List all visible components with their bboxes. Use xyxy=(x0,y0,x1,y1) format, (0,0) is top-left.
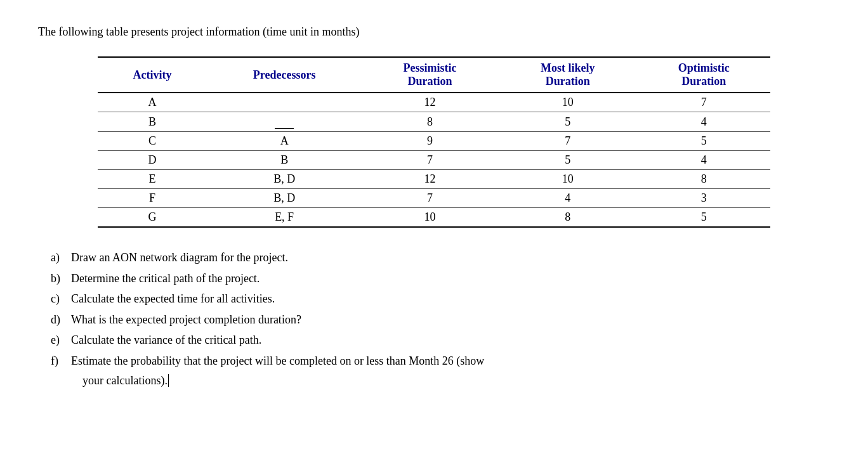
table-row: D B 7 5 4 xyxy=(98,151,771,170)
cell-activity: A xyxy=(98,93,207,112)
questions-section: a) Draw an AON network diagram for the p… xyxy=(51,248,830,390)
cell-activity: C xyxy=(98,132,207,151)
question-f: f) Estimate the probability that the pro… xyxy=(51,351,830,390)
question-text-f: Estimate the probability that the projec… xyxy=(71,351,830,390)
cell-activity: B xyxy=(98,112,207,132)
table-row: F B, D 7 4 3 xyxy=(98,189,771,208)
cell-optimistic: 4 xyxy=(637,151,770,170)
question-label-c: c) xyxy=(51,289,71,309)
header-optimistic: OptimisticDuration xyxy=(637,57,770,93)
cell-optimistic: 5 xyxy=(637,208,770,228)
cell-predecessors: E, F xyxy=(207,208,362,228)
cell-pessimistic: 12 xyxy=(362,93,499,112)
cell-optimistic: 7 xyxy=(637,93,770,112)
table-row: A 12 10 7 xyxy=(98,93,771,112)
cell-predecessors xyxy=(207,112,362,132)
cell-optimistic: 3 xyxy=(637,189,770,208)
question-text-e: Calculate the variance of the critical p… xyxy=(71,330,830,350)
project-table: Activity Predecessors PessimisticDuratio… xyxy=(98,56,771,228)
header-predecessors: Predecessors xyxy=(207,57,362,93)
cell-most-likely: 8 xyxy=(498,208,637,228)
table-row: G E, F 10 8 5 xyxy=(98,208,771,228)
header-most-likely: Most likelyDuration xyxy=(498,57,637,93)
question-text-c: Calculate the expected time for all acti… xyxy=(71,289,830,309)
cell-optimistic: 8 xyxy=(637,170,770,189)
cell-pessimistic: 7 xyxy=(362,151,499,170)
cell-most-likely: 5 xyxy=(498,151,637,170)
cell-predecessors: A xyxy=(207,132,362,151)
underline-indicator xyxy=(275,115,294,129)
intro-text: The following table presents project inf… xyxy=(38,25,830,39)
question-label-b: b) xyxy=(51,269,71,289)
cell-pessimistic: 9 xyxy=(362,132,499,151)
cell-predecessors: B, D xyxy=(207,170,362,189)
cell-pessimistic: 10 xyxy=(362,208,499,228)
cell-pessimistic: 7 xyxy=(362,189,499,208)
question-a: a) Draw an AON network diagram for the p… xyxy=(51,248,830,268)
question-text-b: Determine the critical path of the proje… xyxy=(71,269,830,289)
table-row: B 8 5 4 xyxy=(98,112,771,132)
cell-pessimistic: 8 xyxy=(362,112,499,132)
table-row: C A 9 7 5 xyxy=(98,132,771,151)
question-d: d) What is the expected project completi… xyxy=(51,310,830,330)
cell-most-likely: 5 xyxy=(498,112,637,132)
question-label-e: e) xyxy=(51,330,71,350)
cell-optimistic: 5 xyxy=(637,132,770,151)
cell-most-likely: 10 xyxy=(498,170,637,189)
cell-activity: F xyxy=(98,189,207,208)
question-text-a: Draw an AON network diagram for the proj… xyxy=(71,248,830,268)
cell-activity: G xyxy=(98,208,207,228)
cell-activity: E xyxy=(98,170,207,189)
header-pessimistic: PessimisticDuration xyxy=(362,57,499,93)
question-label-a: a) xyxy=(51,248,71,268)
text-cursor xyxy=(168,374,169,387)
question-text-d: What is the expected project completion … xyxy=(71,310,830,330)
table-row: E B, D 12 10 8 xyxy=(98,170,771,189)
table-wrapper: Activity Predecessors PessimisticDuratio… xyxy=(38,56,830,228)
cell-pessimistic: 12 xyxy=(362,170,499,189)
cell-optimistic: 4 xyxy=(637,112,770,132)
cell-activity: D xyxy=(98,151,207,170)
header-activity: Activity xyxy=(98,57,207,93)
cell-predecessors: B xyxy=(207,151,362,170)
cell-predecessors xyxy=(207,93,362,112)
question-e: e) Calculate the variance of the critica… xyxy=(51,330,830,350)
cell-most-likely: 7 xyxy=(498,132,637,151)
question-label-f: f) xyxy=(51,351,71,371)
cell-most-likely: 10 xyxy=(498,93,637,112)
cell-most-likely: 4 xyxy=(498,189,637,208)
question-c: c) Calculate the expected time for all a… xyxy=(51,289,830,309)
question-b: b) Determine the critical path of the pr… xyxy=(51,269,830,289)
question-label-d: d) xyxy=(51,310,71,330)
cell-predecessors: B, D xyxy=(207,189,362,208)
